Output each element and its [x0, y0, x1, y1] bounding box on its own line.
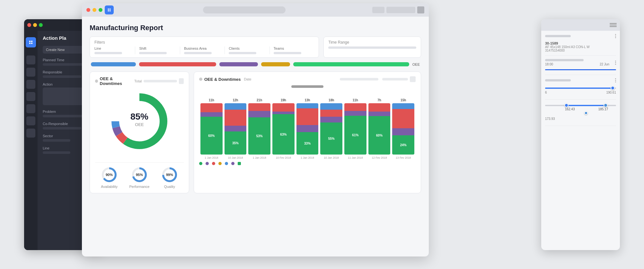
report-title: Manufacturing Report [90, 24, 421, 32]
filter-line[interactable]: Line [94, 46, 135, 54]
chart-card-left: OEE & Downtimes Total [90, 71, 189, 193]
bar-seg-green-2: 35% [225, 131, 247, 155]
right-panel-product-code: AF 45x148 150ml A3 CON-L W [545, 45, 616, 49]
mini-donut-quality-label: Quality [164, 185, 175, 189]
chart-header-icon-left[interactable] [179, 78, 184, 84]
pr-row-1 [545, 34, 616, 38]
topbar-btn-1[interactable] [372, 7, 384, 13]
legend-item-blue [225, 162, 228, 165]
topbar-controls [372, 6, 424, 13]
filter-clients[interactable]: Clients [229, 46, 269, 54]
filter-shift[interactable]: Shift [139, 46, 180, 54]
slider-2-thumb-left[interactable] [564, 103, 569, 107]
legend-color-red [212, 162, 215, 165]
dot-red[interactable] [27, 23, 31, 27]
bar-stack-2: 35% [225, 103, 247, 155]
filter-clients-bar [229, 52, 256, 54]
time-range-bar[interactable] [328, 46, 416, 49]
time-range-box: Time Range [323, 37, 421, 58]
svg-text:OEE: OEE [135, 122, 144, 127]
right-panel: 30-1589 AF 45x148 150ml A3 CON-L W 31475… [541, 19, 620, 250]
legend-oee-label: OEE [412, 63, 420, 66]
bottom-legend [199, 162, 416, 165]
legend-bar-row: OEE [90, 62, 421, 66]
bar-seg-red-3 [248, 103, 270, 111]
filter-line-label: Line [94, 46, 131, 50]
chart-dot-right [199, 78, 202, 81]
filter-teams-label: Teams [274, 46, 310, 50]
sidebar-icon-3[interactable] [26, 80, 35, 89]
bar-seg-green-7: 61% [344, 116, 366, 155]
topbar-btn-2[interactable] [386, 7, 415, 13]
sidebar-icon-7[interactable] [26, 129, 35, 138]
pr-bar-1 [545, 35, 571, 37]
left-panel-logo [26, 37, 36, 47]
bar-seg-blue-5 [296, 103, 319, 108]
ham-line-1 [610, 23, 617, 24]
topbar-icon-sq[interactable] [417, 6, 424, 13]
bar-date-labels: 1 Jan 2018 10 Jan 2018 1 Jan 2018 10 Fev… [199, 156, 416, 159]
filter-ba-bar [184, 52, 212, 54]
filter-teams[interactable]: Teams [274, 46, 314, 54]
bar-stack-6: 55% [320, 103, 342, 155]
url-bar[interactable] [203, 6, 285, 13]
dot-m-2 [615, 36, 616, 37]
bar-seg-green-3: 53% [248, 117, 270, 155]
sector-input[interactable] [43, 139, 70, 142]
sidebar-icon-2[interactable] [26, 68, 35, 77]
hamburger-icon[interactable] [610, 23, 617, 27]
bar-stack-8: 60% [368, 103, 391, 155]
svg-text:99%: 99% [166, 173, 173, 177]
bar-seg-green-5: 33% [296, 132, 319, 155]
mini-donut-performance-label: Performance [129, 185, 149, 189]
filter-business-area[interactable]: Business Area [184, 46, 225, 54]
slider-2-thumb-mid[interactable] [584, 111, 588, 115]
slider-1-thumb[interactable] [611, 86, 615, 90]
right-panel-section-2: 18:00 22 Jun [545, 59, 616, 75]
chart-dot-left [95, 80, 98, 83]
main-dot-yellow[interactable] [93, 8, 96, 12]
chart-header-bar-left [144, 80, 177, 82]
bar-seg-green-8: 60% [368, 116, 391, 155]
slider-2-container[interactable]: 162.43 185.17 173.93 [545, 103, 616, 122]
slider-2-thumb-right[interactable] [604, 103, 608, 107]
legend-item-green-sq [238, 162, 241, 165]
bar-seg-purple-6 [320, 117, 342, 122]
filter-shift-label: Shift [139, 46, 176, 50]
sidebar-icon-5[interactable] [26, 104, 35, 113]
bar-seg-purple-3 [248, 111, 270, 117]
bar-seg-red-5 [296, 108, 319, 125]
bar-seg-blue-6 [320, 103, 342, 110]
line-input[interactable] [43, 151, 70, 154]
dot-green[interactable] [39, 23, 43, 27]
bar-group-8: 7h 60% [368, 98, 391, 155]
right-panel-barcode: 31475154000 [545, 49, 616, 52]
main-dot-red[interactable] [86, 8, 90, 12]
time-range-label: Time Range [328, 40, 416, 45]
legend-red [139, 62, 216, 66]
slider-1-min: 6 [545, 91, 547, 94]
co-responsible-input[interactable] [43, 127, 81, 130]
main-dot-green[interactable] [99, 8, 102, 12]
bar-date-8: 12 Fev 2018 [368, 156, 391, 159]
mini-donut-availability: 90% Availability [101, 166, 118, 189]
dot-yellow[interactable] [33, 23, 37, 27]
dots-menu-1[interactable] [615, 34, 616, 38]
bar-group-2: 12h 35% [225, 98, 247, 155]
sidebar-icon-1[interactable] [26, 55, 35, 64]
legend-item-orange [218, 162, 222, 165]
bar-seg-red-1 [200, 103, 223, 112]
chart-header-icon-right[interactable] [410, 76, 416, 82]
bar-group-6: 18h 55% [320, 98, 342, 155]
mini-donut-availability-label: Availability [101, 185, 118, 189]
dots-menu-3[interactable] [615, 78, 616, 82]
sidebar-icon-4[interactable] [26, 92, 35, 101]
bar-group-7: 11h 61% [344, 98, 366, 155]
mini-donut-performance: 95% Performance [129, 166, 149, 189]
responsible-input[interactable] [43, 75, 81, 78]
sidebar-icon-6[interactable] [26, 116, 35, 125]
dots-menu-2[interactable] [615, 61, 616, 65]
slider-1-container[interactable]: 6 190.61 [545, 86, 616, 96]
main-panel: Manufacturing Report Filters Line Shift … [82, 3, 429, 256]
legend-blue [91, 62, 136, 66]
